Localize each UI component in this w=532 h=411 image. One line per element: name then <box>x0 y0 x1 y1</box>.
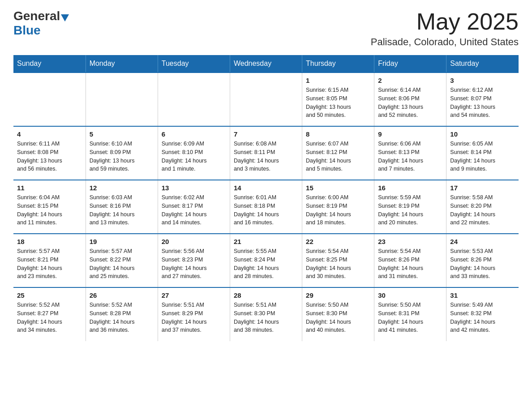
calendar-cell: 18Sunrise: 5:57 AM Sunset: 8:21 PM Dayli… <box>13 234 86 287</box>
logo-general: General <box>13 9 60 23</box>
cell-day-number: 20 <box>162 238 226 245</box>
calendar-cell: 21Sunrise: 5:55 AM Sunset: 8:24 PM Dayli… <box>230 234 302 287</box>
calendar-cell: 13Sunrise: 6:02 AM Sunset: 8:17 PM Dayli… <box>158 180 230 234</box>
cell-day-number: 14 <box>234 184 298 192</box>
calendar-cell: 9Sunrise: 6:06 AM Sunset: 8:13 PM Daylig… <box>374 126 446 180</box>
calendar-cell: 1Sunrise: 6:15 AM Sunset: 8:05 PM Daylig… <box>302 73 374 126</box>
cell-info-text: Sunrise: 6:14 AM Sunset: 8:06 PM Dayligh… <box>378 86 442 120</box>
calendar-cell <box>86 73 158 126</box>
header-right: May 2025 Palisade, Colorado, United Stat… <box>371 9 519 48</box>
cell-day-number: 30 <box>378 291 442 299</box>
location-title: Palisade, Colorado, United States <box>371 36 519 48</box>
cell-day-number: 22 <box>306 238 370 245</box>
cell-day-number: 19 <box>90 238 154 245</box>
calendar-cell: 28Sunrise: 5:51 AM Sunset: 8:30 PM Dayli… <box>230 287 302 341</box>
weekday-header-friday: Friday <box>374 55 446 73</box>
logo-blue: Blue <box>13 23 41 37</box>
cell-info-text: Sunrise: 6:15 AM Sunset: 8:05 PM Dayligh… <box>306 86 370 120</box>
cell-info-text: Sunrise: 5:59 AM Sunset: 8:19 PM Dayligh… <box>378 193 442 227</box>
cell-day-number: 6 <box>162 130 226 138</box>
logo-triangle-icon <box>61 14 69 21</box>
calendar-cell: 31Sunrise: 5:49 AM Sunset: 8:32 PM Dayli… <box>446 287 519 341</box>
calendar-cell: 3Sunrise: 6:12 AM Sunset: 8:07 PM Daylig… <box>446 73 519 126</box>
cell-info-text: Sunrise: 5:53 AM Sunset: 8:26 PM Dayligh… <box>450 247 515 281</box>
cell-day-number: 1 <box>306 77 370 84</box>
calendar-cell: 25Sunrise: 5:52 AM Sunset: 8:27 PM Dayli… <box>13 287 86 341</box>
cell-info-text: Sunrise: 5:52 AM Sunset: 8:28 PM Dayligh… <box>90 301 154 334</box>
calendar-cell: 29Sunrise: 5:50 AM Sunset: 8:30 PM Dayli… <box>302 287 374 341</box>
cell-day-number: 21 <box>234 238 298 245</box>
cell-info-text: Sunrise: 6:01 AM Sunset: 8:18 PM Dayligh… <box>234 193 298 227</box>
cell-day-number: 31 <box>450 291 515 299</box>
cell-info-text: Sunrise: 6:05 AM Sunset: 8:14 PM Dayligh… <box>450 140 515 173</box>
cell-info-text: Sunrise: 5:54 AM Sunset: 8:26 PM Dayligh… <box>378 247 442 281</box>
calendar-cell <box>13 73 86 126</box>
cell-day-number: 7 <box>234 130 298 138</box>
cell-info-text: Sunrise: 6:00 AM Sunset: 8:19 PM Dayligh… <box>306 193 370 227</box>
cell-info-text: Sunrise: 6:09 AM Sunset: 8:10 PM Dayligh… <box>162 140 226 173</box>
cell-day-number: 4 <box>17 130 82 138</box>
cell-day-number: 26 <box>90 291 154 299</box>
cell-info-text: Sunrise: 6:06 AM Sunset: 8:13 PM Dayligh… <box>378 140 442 173</box>
cell-day-number: 3 <box>450 77 515 84</box>
cell-day-number: 18 <box>17 238 82 245</box>
calendar-cell: 19Sunrise: 5:57 AM Sunset: 8:22 PM Dayli… <box>86 234 158 287</box>
calendar-cell: 24Sunrise: 5:53 AM Sunset: 8:26 PM Dayli… <box>446 234 519 287</box>
cell-info-text: Sunrise: 6:08 AM Sunset: 8:11 PM Dayligh… <box>234 140 298 173</box>
cell-info-text: Sunrise: 6:11 AM Sunset: 8:08 PM Dayligh… <box>17 140 82 173</box>
calendar-cell: 12Sunrise: 6:03 AM Sunset: 8:16 PM Dayli… <box>86 180 158 234</box>
calendar-cell: 26Sunrise: 5:52 AM Sunset: 8:28 PM Dayli… <box>86 287 158 341</box>
cell-info-text: Sunrise: 5:50 AM Sunset: 8:30 PM Dayligh… <box>306 301 370 334</box>
cell-info-text: Sunrise: 5:51 AM Sunset: 8:30 PM Dayligh… <box>234 301 298 334</box>
calendar-cell: 2Sunrise: 6:14 AM Sunset: 8:06 PM Daylig… <box>374 73 446 126</box>
cell-day-number: 12 <box>90 184 154 192</box>
calendar-cell: 27Sunrise: 5:51 AM Sunset: 8:29 PM Dayli… <box>158 287 230 341</box>
cell-info-text: Sunrise: 5:58 AM Sunset: 8:20 PM Dayligh… <box>450 193 515 227</box>
calendar-cell: 17Sunrise: 5:58 AM Sunset: 8:20 PM Dayli… <box>446 180 519 234</box>
cell-day-number: 13 <box>162 184 226 192</box>
cell-day-number: 15 <box>306 184 370 192</box>
cell-info-text: Sunrise: 5:56 AM Sunset: 8:23 PM Dayligh… <box>162 247 226 281</box>
calendar-cell: 20Sunrise: 5:56 AM Sunset: 8:23 PM Dayli… <box>158 234 230 287</box>
calendar-cell: 7Sunrise: 6:08 AM Sunset: 8:11 PM Daylig… <box>230 126 302 180</box>
cell-info-text: Sunrise: 6:07 AM Sunset: 8:12 PM Dayligh… <box>306 140 370 173</box>
cell-info-text: Sunrise: 5:57 AM Sunset: 8:21 PM Dayligh… <box>17 247 82 281</box>
calendar-week-row: 1Sunrise: 6:15 AM Sunset: 8:05 PM Daylig… <box>13 73 519 126</box>
weekday-header-saturday: Saturday <box>446 55 519 73</box>
cell-info-text: Sunrise: 6:04 AM Sunset: 8:15 PM Dayligh… <box>17 193 82 227</box>
calendar-week-row: 18Sunrise: 5:57 AM Sunset: 8:21 PM Dayli… <box>13 234 519 287</box>
calendar-cell: 10Sunrise: 6:05 AM Sunset: 8:14 PM Dayli… <box>446 126 519 180</box>
month-title: May 2025 <box>371 9 519 34</box>
cell-day-number: 8 <box>306 130 370 138</box>
cell-info-text: Sunrise: 5:50 AM Sunset: 8:31 PM Dayligh… <box>378 301 442 334</box>
calendar-cell: 23Sunrise: 5:54 AM Sunset: 8:26 PM Dayli… <box>374 234 446 287</box>
cell-day-number: 27 <box>162 291 226 299</box>
cell-info-text: Sunrise: 6:12 AM Sunset: 8:07 PM Dayligh… <box>450 86 515 120</box>
cell-day-number: 16 <box>378 184 442 192</box>
calendar-cell: 4Sunrise: 6:11 AM Sunset: 8:08 PM Daylig… <box>13 126 86 180</box>
calendar-cell: 6Sunrise: 6:09 AM Sunset: 8:10 PM Daylig… <box>158 126 230 180</box>
weekday-header-wednesday: Wednesday <box>230 55 302 73</box>
cell-day-number: 24 <box>450 238 515 245</box>
calendar-cell: 14Sunrise: 6:01 AM Sunset: 8:18 PM Dayli… <box>230 180 302 234</box>
cell-day-number: 28 <box>234 291 298 299</box>
cell-info-text: Sunrise: 6:02 AM Sunset: 8:17 PM Dayligh… <box>162 193 226 227</box>
weekday-header-sunday: Sunday <box>13 55 86 73</box>
calendar-cell: 11Sunrise: 6:04 AM Sunset: 8:15 PM Dayli… <box>13 180 86 234</box>
cell-info-text: Sunrise: 5:52 AM Sunset: 8:27 PM Dayligh… <box>17 301 82 334</box>
cell-info-text: Sunrise: 5:49 AM Sunset: 8:32 PM Dayligh… <box>450 301 515 334</box>
calendar-table: SundayMondayTuesdayWednesdayThursdayFrid… <box>13 55 519 341</box>
calendar-cell <box>230 73 302 126</box>
weekday-header-monday: Monday <box>86 55 158 73</box>
cell-info-text: Sunrise: 6:10 AM Sunset: 8:09 PM Dayligh… <box>90 140 154 173</box>
calendar-week-row: 4Sunrise: 6:11 AM Sunset: 8:08 PM Daylig… <box>13 126 519 180</box>
cell-info-text: Sunrise: 5:54 AM Sunset: 8:25 PM Dayligh… <box>306 247 370 281</box>
cell-day-number: 23 <box>378 238 442 245</box>
calendar-header-row: SundayMondayTuesdayWednesdayThursdayFrid… <box>13 55 519 73</box>
calendar-cell: 16Sunrise: 5:59 AM Sunset: 8:19 PM Dayli… <box>374 180 446 234</box>
weekday-header-thursday: Thursday <box>302 55 374 73</box>
calendar-cell: 15Sunrise: 6:00 AM Sunset: 8:19 PM Dayli… <box>302 180 374 234</box>
cell-info-text: Sunrise: 5:51 AM Sunset: 8:29 PM Dayligh… <box>162 301 226 334</box>
cell-day-number: 25 <box>17 291 82 299</box>
cell-day-number: 10 <box>450 130 515 138</box>
